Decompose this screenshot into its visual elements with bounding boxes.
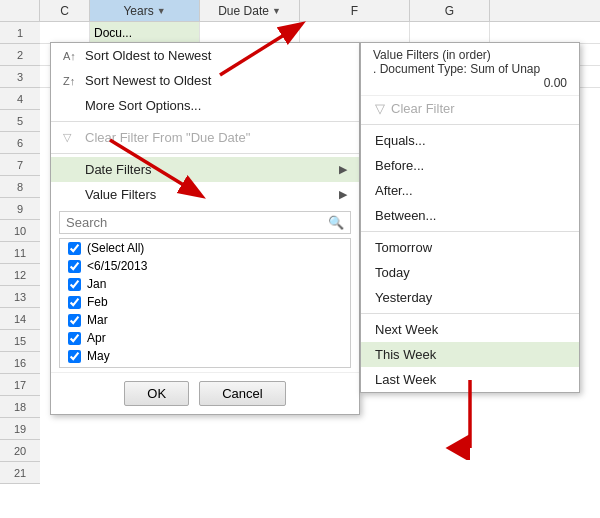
submenu-yesterday-label: Yesterday bbox=[375, 290, 432, 305]
col-header-d[interactable]: Years ▼ bbox=[90, 0, 200, 21]
check-jun[interactable]: Jun bbox=[60, 365, 350, 368]
cell-f1 bbox=[300, 22, 410, 43]
row-num-6: 6 bbox=[0, 132, 40, 154]
cell-c1 bbox=[40, 22, 90, 43]
submenu-next-week[interactable]: Next Week bbox=[361, 317, 579, 342]
menu-value-filters[interactable]: Value Filters ▶ bbox=[51, 182, 359, 207]
row-num-19: 19 bbox=[0, 418, 40, 440]
cancel-button[interactable]: Cancel bbox=[199, 381, 285, 406]
row-num-9: 9 bbox=[0, 198, 40, 220]
search-box[interactable]: 🔍 bbox=[59, 211, 351, 234]
submenu-today-label: Today bbox=[375, 265, 410, 280]
row-num-2: 2 bbox=[0, 44, 40, 66]
table-row: Docu... bbox=[40, 22, 600, 44]
check-date[interactable]: <6/15/2013 bbox=[60, 257, 350, 275]
submenu-clear-filter-icon: ▽ bbox=[375, 101, 385, 116]
submenu-last-week-label: Last Week bbox=[375, 372, 436, 387]
submenu-title: Value Filters (in order) bbox=[373, 48, 567, 62]
row-num-12: 12 bbox=[0, 264, 40, 286]
row-num-21: 21 bbox=[0, 462, 40, 484]
submenu-subtitle: . Document Type: Sum of Unap bbox=[373, 62, 567, 76]
check-may-input[interactable] bbox=[68, 350, 81, 363]
row-num-3: 3 bbox=[0, 66, 40, 88]
submenu-equals[interactable]: Equals... bbox=[361, 128, 579, 153]
row-num-8: 8 bbox=[0, 176, 40, 198]
col-header-e[interactable]: Due Date ▼ bbox=[200, 0, 300, 21]
submenu-value: 0.00 bbox=[373, 76, 567, 90]
submenu-clear-filter-label: Clear Filter bbox=[391, 101, 455, 116]
check-feb[interactable]: Feb bbox=[60, 293, 350, 311]
submenu-tomorrow[interactable]: Tomorrow bbox=[361, 235, 579, 260]
submenu-tomorrow-label: Tomorrow bbox=[375, 240, 432, 255]
check-jun-input[interactable] bbox=[68, 368, 81, 369]
checklist[interactable]: (Select All) <6/15/2013 Jan Feb Mar Apr bbox=[59, 238, 351, 368]
separator-1 bbox=[51, 121, 359, 122]
date-filters-label: Date Filters bbox=[85, 162, 151, 177]
menu-sort-oldest[interactable]: A↑ Sort Oldest to Newest bbox=[51, 43, 359, 68]
col-header-g: G bbox=[410, 0, 490, 21]
menu-more-sort[interactable]: More Sort Options... bbox=[51, 93, 359, 118]
search-icon: 🔍 bbox=[328, 215, 344, 230]
check-apr[interactable]: Apr bbox=[60, 329, 350, 347]
submenu-after[interactable]: After... bbox=[361, 178, 579, 203]
cell-d1: Docu... bbox=[90, 22, 200, 43]
check-select-all[interactable]: (Select All) bbox=[60, 239, 350, 257]
row-num-20: 20 bbox=[0, 440, 40, 462]
clear-filter-icon: ▽ bbox=[63, 131, 79, 144]
ok-button[interactable]: OK bbox=[124, 381, 189, 406]
row-num-16: 16 bbox=[0, 352, 40, 374]
submenu-header: Value Filters (in order) . Document Type… bbox=[361, 43, 579, 96]
col-e-dropdown[interactable]: ▼ bbox=[272, 6, 281, 16]
submenu-before[interactable]: Before... bbox=[361, 153, 579, 178]
menu-sort-newest[interactable]: Z↑ Sort Newest to Oldest bbox=[51, 68, 359, 93]
submenu-before-label: Before... bbox=[375, 158, 424, 173]
check-apr-label: Apr bbox=[87, 331, 106, 345]
check-feb-input[interactable] bbox=[68, 296, 81, 309]
main-dropdown-menu: A↑ Sort Oldest to Newest Z↑ Sort Newest … bbox=[50, 42, 360, 415]
menu-clear-filter[interactable]: ▽ Clear Filter From "Due Date" bbox=[51, 125, 359, 150]
column-headers: C Years ▼ Due Date ▼ F G bbox=[0, 0, 600, 22]
col-d-dropdown[interactable]: ▼ bbox=[157, 6, 166, 16]
col-header-c: C bbox=[40, 0, 90, 21]
submenu-last-week[interactable]: Last Week bbox=[361, 367, 579, 392]
submenu-next-week-label: Next Week bbox=[375, 322, 438, 337]
value-filters-label: Value Filters bbox=[85, 187, 156, 202]
submenu-after-label: After... bbox=[375, 183, 413, 198]
check-jan[interactable]: Jan bbox=[60, 275, 350, 293]
col-e-label: Due Date bbox=[218, 4, 269, 18]
check-mar-label: Mar bbox=[87, 313, 108, 327]
check-may-label: May bbox=[87, 349, 110, 363]
docu-label: Docu... bbox=[94, 26, 132, 40]
check-apr-input[interactable] bbox=[68, 332, 81, 345]
check-date-input[interactable] bbox=[68, 260, 81, 273]
row-num-1: 1 bbox=[0, 22, 40, 44]
more-sort-label: More Sort Options... bbox=[85, 98, 201, 113]
clear-filter-label: Clear Filter From "Due Date" bbox=[85, 130, 250, 145]
check-mar-input[interactable] bbox=[68, 314, 81, 327]
submenu-separator-1 bbox=[361, 124, 579, 125]
row-num-11: 11 bbox=[0, 242, 40, 264]
submenu-today[interactable]: Today bbox=[361, 260, 579, 285]
submenu-between[interactable]: Between... bbox=[361, 203, 579, 228]
sort-newest-label: Sort Newest to Oldest bbox=[85, 73, 211, 88]
row-num-4: 4 bbox=[0, 88, 40, 110]
check-jan-input[interactable] bbox=[68, 278, 81, 291]
check-date-label: <6/15/2013 bbox=[87, 259, 147, 273]
cell-g1 bbox=[410, 22, 490, 43]
check-mar[interactable]: Mar bbox=[60, 311, 350, 329]
check-may[interactable]: May bbox=[60, 347, 350, 365]
row-header-corner bbox=[0, 0, 40, 21]
submenu-this-week-label: This Week bbox=[375, 347, 436, 362]
submenu-separator-3 bbox=[361, 313, 579, 314]
submenu-clear-filter[interactable]: ▽ Clear Filter bbox=[361, 96, 579, 121]
menu-date-filters[interactable]: Date Filters ▶ bbox=[51, 157, 359, 182]
check-feb-label: Feb bbox=[87, 295, 108, 309]
col-d-label: Years bbox=[123, 4, 153, 18]
row-numbers: 1 2 3 4 5 6 7 8 9 10 11 12 13 14 15 16 1… bbox=[0, 22, 40, 484]
sort-oldest-label: Sort Oldest to Newest bbox=[85, 48, 211, 63]
submenu-this-week[interactable]: This Week bbox=[361, 342, 579, 367]
submenu-yesterday[interactable]: Yesterday bbox=[361, 285, 579, 310]
row-num-14: 14 bbox=[0, 308, 40, 330]
check-select-all-input[interactable] bbox=[68, 242, 81, 255]
search-input[interactable] bbox=[66, 215, 328, 230]
